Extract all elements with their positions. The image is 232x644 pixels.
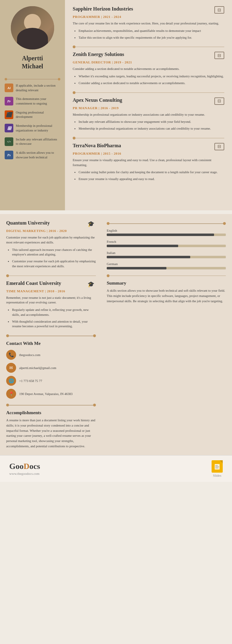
sidebar-item-text: Membership in professional organizations…	[16, 124, 60, 133]
job-role: PR MANAGER | 2016 - 2019	[73, 106, 224, 110]
section-divider	[73, 92, 224, 93]
sidebar-item: Ai If applicable, include a section deta…	[5, 84, 60, 92]
bottom-left: Quantum University 🎓 DIGITAL MARKETING |…	[0, 214, 102, 455]
job-description: Ensure your resume is visually appealing…	[73, 158, 224, 168]
sidebar-item-text: If applicable, include a section detaili…	[16, 84, 60, 92]
bullet-item: Customize your resume for each job appli…	[8, 259, 96, 269]
bullet-item: Consider adding a section dedicated to n…	[74, 81, 224, 86]
sidebar-item-text: Include any relevant affiliations to sho…	[16, 137, 60, 146]
footer: GooDocs www.thegoodocs.com Slides	[0, 455, 232, 482]
sidebar-item-text: This demonstrates your commitment to ong…	[16, 97, 60, 106]
graduation-icon: 🎓	[86, 281, 96, 288]
experience-section: Sapphire Horizon Industries ⊟ PROGRAMMER…	[65, 0, 232, 210]
resume-page: Alpertti Michael Ai If applicable, inclu…	[0, 0, 232, 482]
contact-title: Contact With Me	[6, 341, 96, 346]
language-item: English	[107, 229, 226, 236]
sidebar-item: ⊞ Membership in professional organizatio…	[5, 124, 60, 133]
lang-top-divider	[107, 223, 226, 224]
svg-rect-2	[215, 466, 219, 467]
footer-url: www.thegoodocs.com	[9, 472, 40, 475]
contact-item: 📍 190 Depot Avenue, Valparaiso, IN 46383	[6, 389, 96, 399]
bottom-right: English French Italian	[102, 214, 232, 455]
summary-section: Summary A skills section allows you to s…	[107, 281, 226, 304]
last-name: Michael	[22, 63, 43, 70]
avatar-image	[11, 6, 54, 49]
school-name: Quantum University	[6, 220, 50, 226]
left-sidebar: Alpertti Michael Ai If applicable, inclu…	[0, 0, 65, 210]
contact-item: ✉ alpertti.michael@gmail.com	[6, 363, 96, 373]
figma-icon: ⊞	[5, 124, 13, 132]
bullet-item: Consider using bullet points for clarity…	[74, 170, 224, 175]
briefcase-icon: ⊟	[214, 143, 224, 150]
first-name: Alpertti	[22, 55, 43, 62]
edu-header: Emerald Coast University 🎓	[6, 281, 96, 288]
edu-description: Customize your resume for each job appli…	[6, 235, 96, 245]
svg-rect-1	[215, 465, 218, 466]
name-divider	[5, 79, 60, 79]
sidebar-skills-list: Ai If applicable, include a section deta…	[5, 84, 60, 164]
globe-icon: 🌐	[6, 376, 16, 386]
contact-value: alpertti.michael@gmail.com	[19, 366, 56, 370]
sidebar-item: ⬛ Ongoing professional development	[5, 110, 60, 119]
education-entry: Emerald Coast University 🎓 TIME MANAGEME…	[6, 281, 96, 329]
job-header: TerraNova BioPharma ⊟	[73, 143, 224, 150]
summary-divider	[107, 276, 226, 276]
bullet-item: Membership in professional organizations…	[74, 126, 224, 131]
footer-logo-block: GooDocs www.thegoodocs.com	[9, 462, 40, 475]
language-item: German	[107, 262, 226, 269]
bullet-item: Emphasize achievements, responsibilities…	[74, 28, 224, 33]
sidebar-item-text: Ongoing professional development	[16, 110, 60, 119]
ps-icon: Ps	[5, 151, 13, 159]
office-icon: ⬛	[5, 110, 13, 119]
language-bar-fill	[107, 245, 178, 247]
bullet-item: Include any relevant affiliations to sho…	[74, 119, 224, 124]
avatar	[11, 6, 54, 49]
contact-value: +1 773 658 75 77	[19, 379, 42, 383]
job-role: PROGRAMMER | 2015 - 2016	[73, 152, 224, 155]
language-name: Italian	[107, 251, 226, 255]
job-bullets: Whether it's exceeding sales targets, le…	[74, 74, 224, 86]
company-name: Apex Nexus Consulting	[73, 97, 122, 103]
contact-value: 190 Depot Avenue, Valparaiso, IN 46383	[19, 392, 73, 396]
summary-text: A skills section allows you to showcase …	[107, 288, 226, 304]
briefcase-icon: ⊟	[214, 6, 224, 14]
school-name: Emerald Coast University	[6, 281, 61, 286]
pr-icon: Pr	[5, 97, 13, 105]
contact-item: 🌐 +1 773 658 75 77	[6, 376, 96, 386]
contact-divider	[6, 336, 96, 336]
job-description: Consider adding a section dedicated to n…	[73, 67, 224, 71]
job-header: Apex Nexus Consulting ⊟	[73, 97, 224, 105]
bullet-item: Whether it's exceeding sales targets, le…	[74, 74, 224, 79]
bullet-item: This tailored approach increases your ch…	[8, 247, 96, 257]
language-item: Italian	[107, 251, 226, 258]
bullet-item: Tailor this section to align with the sp…	[74, 35, 224, 40]
code-icon: </>	[5, 137, 13, 146]
language-bar-bg	[107, 234, 226, 236]
phone-icon: 📞	[6, 350, 16, 360]
briefcase-icon: ⊟	[214, 52, 224, 59]
edu-description: Remember, your resume is not just a stat…	[6, 295, 96, 305]
edu-divider	[6, 276, 96, 276]
job-role: GENERAL DIRECTOR | 2019 - 2021	[73, 60, 224, 64]
sidebar-item: </> Include any relevant affiliations to…	[5, 137, 60, 146]
graduation-icon: 🎓	[86, 220, 96, 228]
slides-label: Slides	[213, 474, 221, 477]
job-header: Sapphire Horizon Industries ⊟	[73, 6, 224, 14]
slides-icon	[212, 460, 223, 473]
accomplishments-text: A resume is more than just a document li…	[6, 418, 96, 449]
edu-bullets: This tailored approach increases your ch…	[8, 247, 96, 269]
job-description: Membership in professional organizations…	[73, 112, 224, 117]
job-bullets: Include any relevant affiliations to sho…	[74, 119, 224, 131]
sidebar-item: Ps A skills section allows you to showca…	[5, 151, 60, 160]
name-block: Alpertti Michael	[22, 54, 43, 70]
section-divider	[73, 47, 224, 47]
language-bar-fill	[107, 256, 190, 258]
education-entry: Quantum University 🎓 DIGITAL MARKETING |…	[6, 220, 96, 269]
language-name: English	[107, 229, 226, 232]
job-entry: Sapphire Horizon Industries ⊟ PROGRAMMER…	[73, 6, 224, 40]
briefcase-icon: ⊟	[214, 97, 224, 105]
svg-rect-3	[215, 468, 218, 468]
contact-value: thegoodocs.com	[19, 353, 41, 357]
top-section: Alpertti Michael Ai If applicable, inclu…	[0, 0, 232, 210]
languages-section: English French Italian	[107, 229, 226, 269]
